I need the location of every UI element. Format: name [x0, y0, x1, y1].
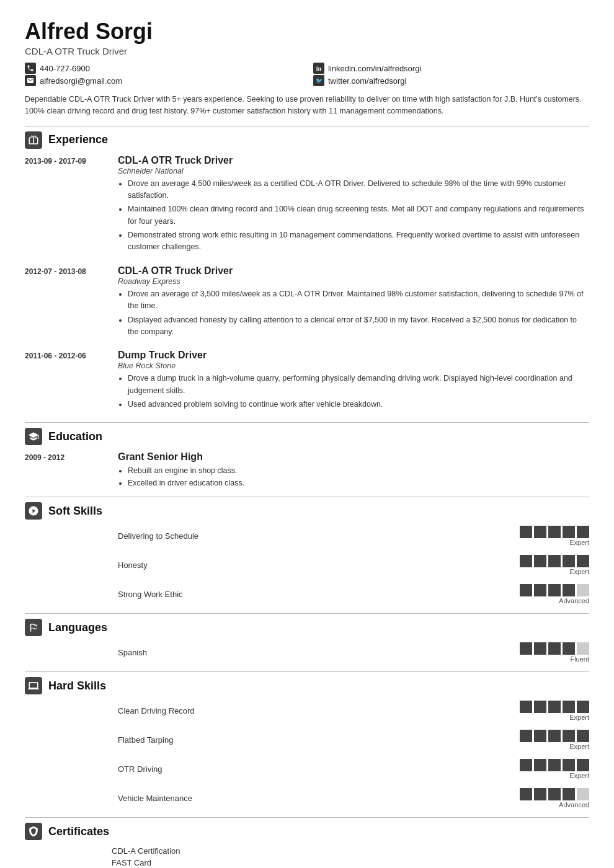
- skill-item: Spanish Fluent: [25, 642, 589, 663]
- experience-title: Experience: [48, 133, 108, 146]
- skill-block: [534, 642, 546, 655]
- certificates-icon: [25, 823, 42, 840]
- certificates-list: CDL-A Certification FAST Card: [25, 846, 589, 867]
- skill-bar: Fluent: [520, 642, 589, 663]
- job-title: CDL-A OTR Truck Driver: [118, 155, 589, 166]
- twitter-contact: 🐦 twitter.com/alfredsorgi: [313, 75, 589, 86]
- skill-item: OTR Driving Expert: [25, 759, 589, 779]
- skill-block: [563, 788, 575, 800]
- skill-level: Fluent: [570, 655, 589, 663]
- skill-level: Expert: [569, 743, 589, 750]
- edu-content: Grant Senior High Rebuilt an engine in s…: [118, 451, 589, 489]
- skill-blocks: [520, 642, 589, 655]
- skill-item: Flatbed Tarping Expert: [25, 730, 589, 750]
- cert-spacer: [25, 846, 112, 856]
- languages-section-header: Languages: [25, 613, 589, 636]
- exp-content: CDL-A OTR Truck Driver Schneider Nationa…: [118, 155, 589, 255]
- skill-name: Delivering to Schedule: [118, 531, 514, 541]
- experience-list: 2013-09 - 2017-09 CDL-A OTR Truck Driver…: [25, 155, 589, 413]
- skill-name: OTR Driving: [118, 764, 514, 774]
- skill-level: Expert: [569, 772, 589, 779]
- company-name: Blue Rock Stone: [118, 361, 589, 370]
- cert-spacer: [25, 858, 112, 867]
- skill-block: [563, 555, 575, 567]
- skill-block: [520, 701, 532, 713]
- twitter-icon: 🐦: [313, 75, 324, 86]
- skill-level: Advanced: [559, 801, 589, 808]
- company-name: Roadway Express: [118, 277, 589, 286]
- soft-skills-icon: [25, 502, 42, 520]
- experience-item: 2011-06 - 2012-06 Dump Truck Driver Blue…: [25, 350, 589, 412]
- email-icon: [25, 75, 36, 86]
- skill-level: Expert: [569, 568, 589, 575]
- exp-content: CDL-A OTR Truck Driver Roadway Express D…: [118, 265, 589, 340]
- experience-section-header: Experience: [25, 126, 589, 149]
- skill-block: [520, 526, 532, 538]
- skill-block: [577, 642, 589, 655]
- skill-blocks: [520, 759, 589, 771]
- contact-section: 440-727-6900 in linkedin.com/in/alfredso…: [25, 63, 589, 86]
- skill-block: [548, 526, 561, 538]
- skill-name: Strong Work Ethic: [118, 590, 514, 599]
- skill-block: [548, 584, 561, 596]
- skill-block: [577, 759, 589, 771]
- exp-date: 2011-06 - 2012-06: [25, 350, 112, 412]
- certificates-title: Certificates: [48, 825, 109, 838]
- edu-date: 2009 - 2012: [25, 451, 112, 489]
- soft-skills-title: Soft Skills: [48, 505, 102, 518]
- skill-block: [548, 730, 561, 742]
- hard-skills-list: Clean Driving Record Expert Flatbed Tarp…: [25, 701, 589, 808]
- skill-item: Clean Driving Record Expert: [25, 701, 589, 721]
- languages-title: Languages: [48, 621, 107, 634]
- skill-block: [563, 584, 575, 596]
- skill-bar: Advanced: [520, 788, 589, 808]
- skill-block: [520, 584, 532, 596]
- skill-block: [563, 701, 575, 713]
- candidate-title: CDL-A OTR Truck Driver: [25, 46, 589, 56]
- exp-date: 2012-07 - 2013-08: [25, 265, 112, 340]
- email-value: alfredsorgi@gmail.com: [40, 76, 122, 86]
- candidate-name: Alfred Sorgi: [25, 19, 589, 45]
- phone-contact: 440-727-6900: [25, 63, 301, 74]
- skill-level: Expert: [569, 539, 589, 546]
- education-icon: [25, 428, 42, 445]
- cert-name: FAST Card: [112, 858, 589, 867]
- skill-block: [577, 555, 589, 567]
- skill-bar: Expert: [520, 759, 589, 779]
- job-title: CDL-A OTR Truck Driver: [118, 265, 589, 277]
- skill-block: [577, 730, 589, 742]
- school-name: Grant Senior High: [118, 451, 589, 463]
- phone-icon: [25, 63, 36, 74]
- job-title: Dump Truck Driver: [118, 350, 589, 361]
- bullet-item: Used advanced problem solving to continu…: [128, 399, 589, 410]
- twitter-value: twitter.com/alfredsorgi: [328, 76, 406, 86]
- experience-icon: [25, 131, 42, 149]
- education-list: 2009 - 2012 Grant Senior High Rebuilt an…: [25, 451, 589, 489]
- skill-block: [520, 759, 532, 771]
- skill-block: [548, 642, 561, 655]
- skill-block: [520, 730, 532, 742]
- certificate-item: FAST Card: [25, 858, 589, 867]
- skill-bar: Expert: [520, 701, 589, 721]
- summary-text: Dependable CDL-A OTR Truck Driver with 5…: [25, 94, 589, 117]
- skill-block: [563, 526, 575, 538]
- skill-bar: Advanced: [520, 584, 589, 604]
- exp-content: Dump Truck Driver Blue Rock Stone Drove …: [118, 350, 589, 412]
- skill-level: Expert: [569, 714, 589, 721]
- bullet-item: Drove a dump truck in a high-volume quar…: [128, 373, 589, 397]
- skill-block: [534, 555, 546, 567]
- skill-item: Delivering to Schedule Expert: [25, 526, 589, 546]
- hard-skills-section-header: Hard Skills: [25, 671, 589, 694]
- skill-block: [563, 730, 575, 742]
- experience-item: 2013-09 - 2017-09 CDL-A OTR Truck Driver…: [25, 155, 589, 255]
- education-item: 2009 - 2012 Grant Senior High Rebuilt an…: [25, 451, 589, 489]
- experience-item: 2012-07 - 2013-08 CDL-A OTR Truck Driver…: [25, 265, 589, 340]
- skill-bar: Expert: [520, 526, 589, 546]
- bullet-item: Displayed advanced honesty by calling at…: [128, 314, 589, 339]
- skill-block: [534, 584, 546, 596]
- skill-block: [577, 701, 589, 713]
- skill-block: [548, 701, 561, 713]
- skill-block: [563, 642, 575, 655]
- skill-name: Spanish: [118, 648, 514, 657]
- edu-bullet: Excelled in driver education class.: [128, 477, 589, 489]
